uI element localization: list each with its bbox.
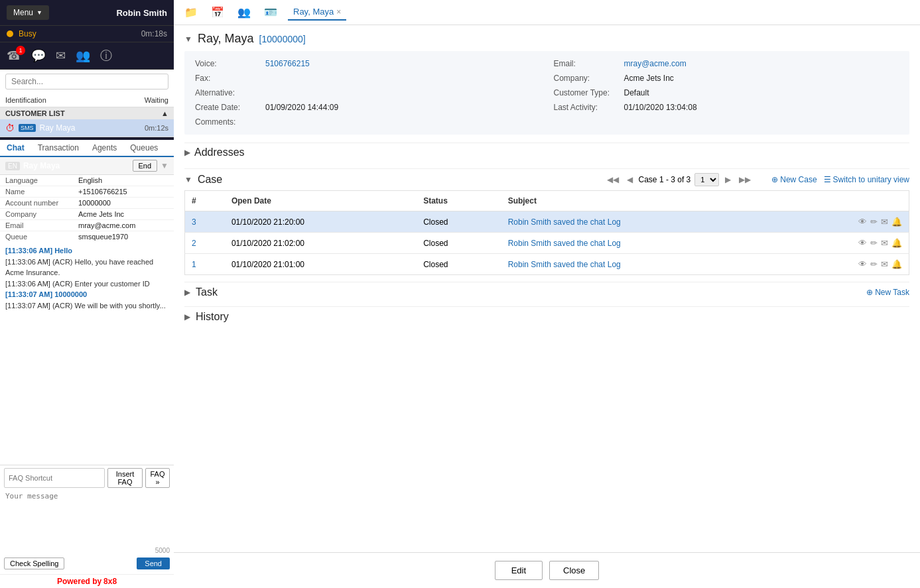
detail-account-label: Account number <box>5 199 78 207</box>
view-button-2[interactable]: 👁 <box>858 259 867 269</box>
main-content: 📁 📅 👥 🪪 Ray, Maya × ▼ Ray, Maya [1000000… <box>174 0 920 588</box>
phone-nav-button[interactable]: ☎ 1 <box>7 48 21 63</box>
customer-item[interactable]: ⏱ SMS Ray Maya 0m:12s <box>0 119 174 137</box>
view-button-0[interactable]: 👁 <box>858 217 867 227</box>
voice-label: Voice: <box>195 59 261 68</box>
edit-row-button-1[interactable]: ✏ <box>870 238 878 248</box>
customer-type-value: Default <box>624 88 649 97</box>
tab-chat[interactable]: Chat <box>0 140 31 157</box>
sms-badge: SMS <box>19 124 36 132</box>
case-first-button[interactable]: ◀◀ <box>605 174 621 185</box>
close-button[interactable]: Close <box>549 561 599 580</box>
task-title: Task <box>196 286 218 298</box>
powered-by-text: Powered by <box>57 577 101 586</box>
detail-email-label: Email <box>5 221 78 229</box>
waiting-col-header[interactable]: Waiting <box>87 93 174 107</box>
send-button[interactable]: Send <box>137 558 170 569</box>
case-num-2[interactable]: 1 <box>192 260 196 269</box>
faq-shortcut-input[interactable] <box>4 468 105 488</box>
fax-label: Fax: <box>195 74 261 83</box>
tab-transaction[interactable]: Transaction <box>31 140 86 157</box>
menu-label: Menu <box>13 8 33 17</box>
detail-name-value: +15106766215 <box>78 188 127 196</box>
message-1: [11:33:06 AM] (ACR) Hello, you have reac… <box>5 257 168 278</box>
email-row-button-0[interactable]: ✉ <box>881 217 888 227</box>
case-last-button[interactable]: ▶▶ <box>737 174 753 185</box>
customer-name-header[interactable]: ▼ Ray, Maya [10000000] <box>184 32 909 46</box>
case-subject-2[interactable]: Robin Smith saved the chat Log <box>508 260 621 269</box>
end-button[interactable]: End <box>133 160 158 172</box>
users-icon-button[interactable]: 👥 <box>235 5 253 20</box>
edit-button[interactable]: Edit <box>495 561 543 580</box>
email-row-button-2[interactable]: ✉ <box>881 259 888 269</box>
table-row: 1 01/10/2020 21:01:00 Closed Robin Smith… <box>185 254 909 275</box>
search-input[interactable] <box>5 74 168 89</box>
email-row-button-1[interactable]: ✉ <box>881 238 888 248</box>
bottom-actions: Edit Close <box>174 552 920 588</box>
calendar-icon-button[interactable]: 📅 <box>208 5 227 20</box>
flag-button-0[interactable]: 🔔 <box>891 217 902 227</box>
tab-agents[interactable]: Agents <box>86 140 123 157</box>
case-prev-button[interactable]: ◀ <box>625 174 635 185</box>
email-value[interactable]: mray@acme.com <box>624 59 687 68</box>
addresses-title: Addresses <box>194 147 245 158</box>
customer-name-title: Ray, Maya <box>198 32 254 46</box>
customer-list-header: Identification Waiting <box>0 93 174 107</box>
last-activity-value: 01/10/2020 13:04:08 <box>624 103 697 112</box>
powered-by: Powered by 8x8 <box>0 574 174 588</box>
toggle-down-icon: ▼ <box>184 34 192 44</box>
flag-button-2[interactable]: 🔔 <box>891 259 902 269</box>
status-dot-icon <box>7 30 13 37</box>
case-num-0[interactable]: 3 <box>192 217 196 227</box>
new-case-button[interactable]: ⊕ New Case <box>771 175 817 184</box>
card-icon-button[interactable]: 🪪 <box>261 5 280 20</box>
tab-queues[interactable]: Queues <box>123 140 164 157</box>
chat-nav-button[interactable]: 💬 <box>31 48 46 63</box>
message-input[interactable] <box>4 491 170 544</box>
voice-value[interactable]: 5106766215 <box>265 59 310 68</box>
flag-button-1[interactable]: 🔔 <box>891 238 902 248</box>
customer-type-label: Customer Type: <box>554 88 620 97</box>
status-bar: Busy 0m:18s <box>0 26 174 42</box>
email-icon: ✉ <box>56 49 66 62</box>
scroll-up-icon[interactable]: ▲ <box>161 109 168 117</box>
status-text: Busy <box>19 29 36 38</box>
tab-close-button[interactable]: × <box>336 7 341 17</box>
detail-language: Language English <box>0 175 174 186</box>
info-email: Email: mray@acme.com <box>554 58 899 70</box>
contacts-nav-button[interactable]: 👥 <box>76 48 90 63</box>
email-nav-button[interactable]: ✉ <box>56 48 66 63</box>
case-subject-1[interactable]: Robin Smith saved the chat Log <box>508 239 621 248</box>
folder-icon-button[interactable]: 📁 <box>182 5 200 20</box>
chat-icon: 💬 <box>31 49 46 62</box>
detail-company-value: Acme Jets Inc <box>78 210 124 218</box>
insert-faq-button[interactable]: Insert FAQ <box>107 468 143 488</box>
chat-details-panel: Language English Name +15106766215 Accou… <box>0 175 174 241</box>
edit-row-button-0[interactable]: ✏ <box>870 217 878 227</box>
view-button-1[interactable]: 👁 <box>858 238 867 248</box>
switch-view-button[interactable]: ☰ Switch to unitary view <box>824 175 909 184</box>
identification-col-header[interactable]: Identification <box>0 93 87 107</box>
check-spelling-button[interactable]: Check Spelling <box>4 558 64 569</box>
case-page-select[interactable]: 1 <box>694 173 719 186</box>
case-subject-0[interactable]: Robin Smith saved the chat Log <box>508 217 621 227</box>
case-num-1[interactable]: 2 <box>192 239 196 248</box>
menu-button[interactable]: Menu ▼ <box>7 5 49 20</box>
detail-language-value: English <box>78 176 102 184</box>
case-next-button[interactable]: ▶ <box>723 174 733 185</box>
info-nav-button[interactable]: ⓘ <box>100 48 112 64</box>
top-toolbar: 📁 📅 👥 🪪 Ray, Maya × <box>174 0 920 25</box>
detail-account-value: 10000000 <box>78 199 111 207</box>
sidebar: Menu ▼ Robin Smith Busy 0m:18s ☎ 1 💬 ✉ 👥… <box>0 0 174 588</box>
info-create-date: Create Date: 01/09/2020 14:44:09 <box>195 101 541 113</box>
customer-info-grid: Voice: 5106766215 Email: mray@acme.com F… <box>184 51 909 135</box>
comments-label: Comments: <box>195 117 261 127</box>
new-task-button[interactable]: ⊕ New Task <box>866 288 909 297</box>
faq-button[interactable]: FAQ » <box>145 468 170 488</box>
customer-list-items: ⏱ SMS Ray Maya 0m:12s <box>0 119 174 137</box>
chat-messages: [11:33:06 AM] Hello [11:33:06 AM] (ACR) … <box>0 241 174 465</box>
edit-row-button-2[interactable]: ✏ <box>870 259 878 269</box>
active-tab[interactable]: Ray, Maya × <box>288 4 346 21</box>
addresses-header[interactable]: ▶ Addresses <box>184 143 909 162</box>
case-pagination: Case 1 - 3 of 3 <box>639 175 691 184</box>
